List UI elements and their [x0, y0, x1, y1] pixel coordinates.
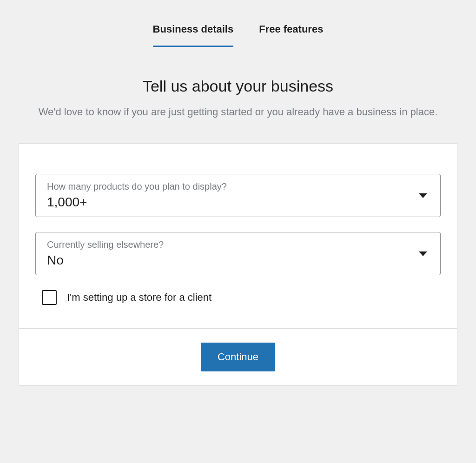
- product-count-label: How many products do you plan to display…: [47, 181, 429, 192]
- tab-bar: Business details Free features: [0, 23, 476, 47]
- chevron-down-icon: [419, 251, 427, 256]
- selling-elsewhere-value: No: [47, 253, 429, 268]
- card-body: How many products do you plan to display…: [19, 144, 457, 328]
- selling-elsewhere-label: Currently selling elsewhere?: [47, 239, 429, 250]
- tab-free-features[interactable]: Free features: [259, 23, 323, 47]
- client-checkbox-label: I'm setting up a store for a client: [67, 291, 212, 304]
- page-subtitle: We'd love to know if you are just gettin…: [20, 104, 456, 120]
- tab-business-details[interactable]: Business details: [153, 23, 234, 47]
- client-checkbox[interactable]: [42, 290, 57, 305]
- selling-elsewhere-select[interactable]: Currently selling elsewhere? No: [35, 232, 441, 275]
- chevron-down-icon: [419, 193, 427, 198]
- product-count-value: 1,000+: [47, 195, 429, 210]
- card-footer: Continue: [19, 328, 457, 385]
- heading-section: Tell us about your business We'd love to…: [0, 77, 476, 120]
- client-checkbox-row: I'm setting up a store for a client: [35, 290, 441, 305]
- page-title: Tell us about your business: [19, 77, 457, 95]
- form-card: How many products do you plan to display…: [19, 143, 457, 386]
- product-count-select[interactable]: How many products do you plan to display…: [35, 174, 441, 217]
- continue-button[interactable]: Continue: [201, 343, 275, 371]
- wizard-container: Business details Free features Tell us a…: [0, 0, 476, 386]
